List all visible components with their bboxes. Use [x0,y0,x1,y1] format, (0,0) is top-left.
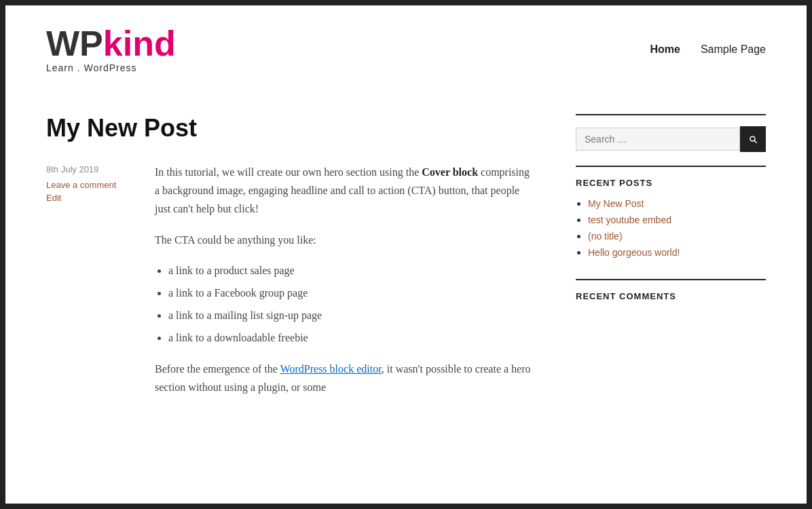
nav-sample-page[interactable]: Sample Page [701,43,766,56]
recent-posts-title: RECENT POSTS [576,178,766,188]
post-paragraph-2: The CTA could be anything you like: [155,231,535,249]
para1-bold: Cover block [422,166,478,178]
post-date: 8th July 2019 [46,164,155,174]
recent-post-link-3[interactable]: (no title) [588,231,623,242]
recent-post-link-4[interactable]: Hello gorgeous world! [588,247,680,258]
logo-wp: WP [46,24,103,63]
search-button[interactable] [740,126,766,152]
para1-prefix: In this tutorial, we will create our own… [155,166,422,178]
recent-comments-section: RECENT COMMENTS [576,291,766,301]
site-main: My New Post 8th July 2019 Leave a commen… [5,87,807,422]
search-icon [748,134,758,145]
sidebar-divider-top [576,114,766,115]
list-item: a link to a Facebook group page [168,284,535,302]
recent-posts-section: RECENT POSTS My New Post test youtube em… [576,178,766,259]
list-item: a link to a downloadable freebie [168,328,535,347]
recent-post-item: test youtube embed [588,214,766,226]
wp-block-editor-link[interactable]: WordPress block editor [280,363,382,375]
sidebar-divider-posts [576,166,766,167]
logo-tagline: Learn . WordPress [46,62,136,73]
post-paragraph-3: Before the emergence of the WordPress bl… [155,360,535,396]
post-list: a link to a product sales page a link to… [168,261,535,347]
page-wrapper: WPkind Learn . WordPress Home Sample Pag… [0,0,812,509]
para3-prefix: Before the emergence of the [155,363,280,375]
recent-post-item: My New Post [588,197,766,210]
content-area: My New Post 8th July 2019 Leave a commen… [46,114,576,409]
edit-link[interactable]: Edit [46,193,155,203]
list-item: a link to a mailing list sign-up page [168,306,535,324]
sidebar-divider-comments [576,279,766,280]
list-item: a link to a product sales page [168,261,535,280]
search-input[interactable] [576,128,740,151]
post-paragraph-1: In this tutorial, we will create our own… [155,163,535,219]
site-logo: WPkind Learn . WordPress [46,26,176,73]
recent-post-link-1[interactable]: My New Post [588,198,644,209]
post-content: In this tutorial, we will create our own… [155,163,535,409]
site-header: WPkind Learn . WordPress Home Sample Pag… [5,5,807,87]
site-nav: Home Sample Page [650,43,766,56]
logo-main: WPkind [46,26,176,61]
recent-posts-list: My New Post test youtube embed (no title… [588,197,766,259]
sidebar: RECENT POSTS My New Post test youtube em… [576,114,766,409]
recent-post-link-2[interactable]: test youtube embed [588,214,671,225]
post-layout: 8th July 2019 Leave a comment Edit In th… [46,163,535,409]
recent-post-item: (no title) [588,230,766,242]
nav-home[interactable]: Home [650,43,680,56]
logo-kind: kind [103,24,176,63]
post-title: My New Post [46,114,535,143]
post-meta: 8th July 2019 Leave a comment Edit [46,163,155,409]
recent-comments-title: RECENT COMMENTS [576,291,766,301]
search-box [576,126,766,152]
leave-comment-link[interactable]: Leave a comment [46,180,155,190]
recent-post-item: Hello gorgeous world! [588,246,766,259]
